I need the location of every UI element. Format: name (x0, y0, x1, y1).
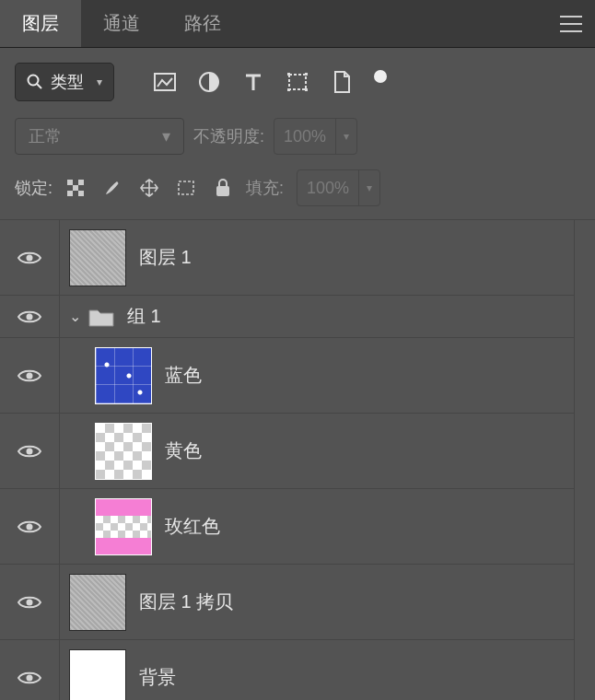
chevron-down-icon: ▾ (335, 119, 356, 154)
fill-label: 填充: (246, 177, 284, 199)
svg-point-0 (29, 76, 39, 86)
layer-row[interactable]: 背景 (0, 640, 575, 700)
filter-type-text-icon[interactable] (241, 70, 265, 94)
menu-icon (560, 16, 582, 32)
filter-smartobject-icon[interactable] (330, 70, 354, 94)
lock-position-icon[interactable] (139, 178, 159, 198)
layer-name: 背景 (139, 665, 176, 690)
tab-paths[interactable]: 路径 (162, 0, 243, 47)
tab-channels-label: 通道 (103, 11, 140, 36)
group-row[interactable]: ⌄ 组 1 (0, 296, 575, 338)
layer-name: 玫红色 (165, 514, 220, 539)
lock-artboard-icon[interactable] (176, 178, 196, 198)
filter-pixel-icon[interactable] (153, 70, 177, 94)
layer-name: 组 1 (127, 304, 161, 329)
svg-rect-15 (179, 181, 193, 194)
tab-layers[interactable]: 图层 (0, 0, 81, 47)
layers-list: 图层 1 ⌄ 组 1 蓝色 黄色 (0, 219, 595, 700)
layer-name: 图层 1 拷贝 (139, 589, 233, 614)
lock-label: 锁定: (15, 177, 52, 199)
filter-row: 类型 ▾ (0, 48, 595, 111)
layer-thumbnail[interactable] (95, 423, 152, 480)
filter-toggle-switch[interactable] (374, 70, 387, 94)
svg-point-19 (27, 372, 33, 379)
tab-channels[interactable]: 通道 (81, 0, 162, 47)
chevron-down-icon: ▾ (358, 170, 379, 205)
fill-input[interactable]: 100% ▾ (297, 169, 380, 206)
layer-thumbnail[interactable] (69, 574, 126, 631)
blend-row: 正常 ▾ 不透明度: 100% ▾ (0, 111, 595, 162)
svg-rect-12 (78, 180, 84, 185)
blend-mode-dropdown[interactable]: 正常 ▾ (15, 118, 184, 155)
layer-thumbnail[interactable] (69, 229, 126, 286)
layer-row[interactable]: 玫红色 (0, 489, 575, 565)
fill-value: 100% (298, 179, 358, 198)
folder-icon (88, 307, 114, 327)
svg-rect-7 (287, 88, 290, 91)
visibility-toggle[interactable] (0, 640, 59, 700)
svg-point-22 (27, 599, 33, 605)
panel-tabbar: 图层 通道 路径 (0, 0, 595, 48)
layer-thumbnail[interactable] (95, 347, 152, 404)
layer-thumbnail[interactable] (95, 498, 152, 555)
svg-point-21 (27, 523, 33, 530)
filter-adjustment-icon[interactable] (197, 70, 221, 94)
layer-name: 图层 1 (139, 245, 192, 270)
layer-row[interactable]: 图层 1 拷贝 (0, 565, 575, 640)
lock-row: 锁定: 填充: 100% ▾ (0, 162, 595, 219)
svg-rect-14 (78, 191, 84, 196)
layer-name: 蓝色 (165, 363, 202, 388)
chevron-down-icon: ▾ (97, 76, 102, 88)
eye-icon (18, 670, 41, 686)
svg-rect-4 (289, 75, 306, 89)
filter-type-dropdown[interactable]: 类型 ▾ (15, 63, 114, 101)
search-icon (27, 74, 43, 90)
layer-name: 黄色 (165, 438, 202, 463)
visibility-toggle[interactable] (0, 489, 59, 564)
layer-thumbnail[interactable] (69, 649, 126, 701)
eye-icon (18, 519, 41, 535)
tab-paths-label: 路径 (184, 11, 221, 36)
svg-point-18 (27, 313, 33, 320)
lock-paint-icon[interactable] (102, 178, 122, 198)
visibility-toggle[interactable] (0, 338, 59, 413)
svg-rect-13 (67, 191, 73, 196)
svg-line-1 (37, 84, 41, 88)
eye-icon (18, 594, 41, 611)
layer-row[interactable]: 图层 1 (0, 220, 575, 296)
eye-icon (18, 443, 41, 460)
svg-point-20 (27, 448, 33, 454)
lock-transparent-icon[interactable] (65, 178, 86, 198)
svg-rect-10 (67, 180, 73, 185)
chevron-down-icon: ▾ (162, 126, 170, 146)
opacity-label: 不透明度: (193, 125, 264, 147)
opacity-input[interactable]: 100% ▾ (274, 118, 357, 155)
svg-rect-5 (287, 73, 290, 76)
chevron-down-icon: ⌄ (69, 308, 81, 325)
opacity-value: 100% (274, 127, 335, 146)
svg-point-23 (27, 674, 33, 681)
svg-point-17 (27, 254, 33, 261)
filter-shape-icon[interactable] (286, 70, 309, 94)
visibility-toggle[interactable] (0, 296, 59, 337)
layer-row[interactable]: 黄色 (0, 414, 575, 489)
filter-icon-group (153, 70, 387, 94)
svg-rect-8 (305, 88, 308, 91)
visibility-toggle[interactable] (0, 565, 59, 639)
visibility-toggle[interactable] (0, 220, 59, 295)
svg-rect-6 (305, 73, 308, 76)
eye-icon (18, 309, 41, 325)
panel-menu-button[interactable] (547, 0, 595, 48)
filter-type-label: 类型 (51, 71, 84, 93)
blend-mode-label: 正常 (29, 125, 62, 147)
svg-rect-16 (216, 186, 229, 196)
layer-row[interactable]: 蓝色 (0, 338, 575, 414)
visibility-toggle[interactable] (0, 414, 59, 488)
tab-layers-label: 图层 (22, 11, 59, 36)
lock-icon-group (65, 178, 233, 198)
eye-icon (18, 368, 41, 384)
lock-all-icon[interactable] (213, 178, 233, 198)
group-expand-toggle[interactable]: ⌄ (69, 307, 114, 327)
eye-icon (18, 250, 41, 266)
toggle-dot-icon (374, 70, 387, 83)
